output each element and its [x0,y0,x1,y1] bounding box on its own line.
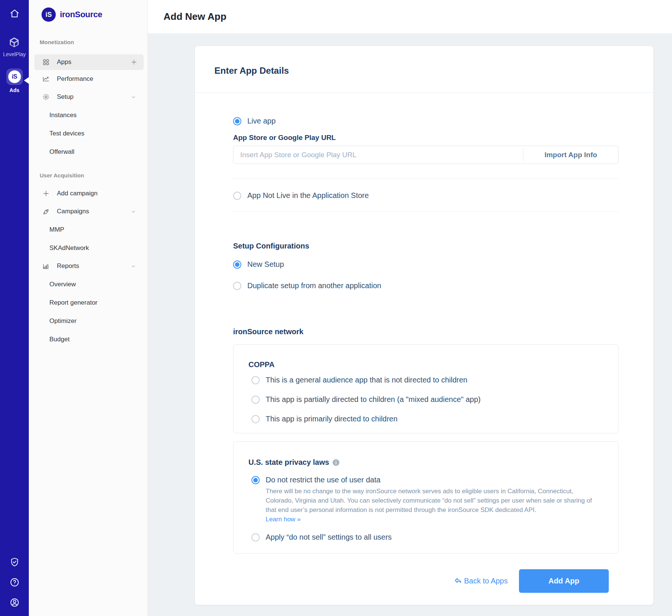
import-app-info-button[interactable]: Import App Info [523,146,618,164]
apps-grid-icon [42,58,50,66]
radio-label: Live app [247,117,276,125]
ironsource-logo-icon: iS [42,7,56,22]
radio-button-icon[interactable] [233,192,241,200]
sidebar-item-test-devices[interactable]: Test devices [29,124,147,143]
radio-label: Apply “do not sell” settings to all user… [266,533,392,542]
radio-button-icon[interactable] [251,533,260,542]
radio-do-not-restrict[interactable]: Do not restrict the use of user data [251,476,603,484]
section-label-monetization: Monetization [40,39,147,45]
radio-button-icon[interactable] [233,260,241,269]
privacy-description: There will be no change to the way ironS… [266,487,599,515]
enter-app-details-card: Enter App Details Live app App Store or … [195,46,654,605]
rail-item-label: Ads [9,87,19,93]
back-link-label: Back to Apps [464,577,508,585]
shield-check-icon[interactable] [9,557,20,567]
chevron-down-icon[interactable] [131,94,136,100]
sidebar-item-optimizer[interactable]: Optimizer [29,312,147,330]
page-content: Enter App Details Live app App Store or … [148,34,672,616]
sidebar-item-add-campaign[interactable]: Add campaign [29,185,147,202]
sidebar-item-campaigns[interactable]: Campaigns [29,202,147,220]
learn-how-link[interactable]: Learn how » [266,516,301,523]
radio-label: This is a general audience app that is n… [266,376,467,384]
sidebar-item-instances[interactable]: Instances [29,106,147,124]
selected-rail-pointer [24,77,29,84]
sidebar-item-label: Apps [57,58,71,66]
ironsource-logo-text: ironSource [60,10,102,19]
sidebar-item-skadnetwork[interactable]: SKAdNetwork [29,239,147,257]
radio-button-icon[interactable] [251,476,260,484]
divider [233,211,618,212]
radio-button-icon[interactable] [251,396,260,404]
radio-duplicate-setup[interactable]: Duplicate setup from another application [233,281,618,290]
privacy-laws-section: U.S. state privacy laws Do not restrict … [233,441,618,554]
radio-label: Do not restrict the use of user data [266,476,381,484]
sidebar-item-label: Reports [57,262,79,270]
sidebar-item-performance[interactable]: Performance [29,70,147,88]
radio-coppa-general-audience[interactable]: This is a general audience app that is n… [251,376,603,384]
radio-app-not-live[interactable]: App Not Live in the Application Store [233,191,618,200]
sidebar-item-offerwall[interactable]: Offerwall [29,143,147,161]
rail-item-ads[interactable]: iS Ads [6,68,23,93]
radio-label: Duplicate setup from another application [247,281,381,290]
card-header: Enter App Details [195,46,653,93]
gear-icon [42,93,50,101]
sidebar-item-report-generator[interactable]: Report generator [29,293,147,312]
divider [233,178,618,179]
section-label-user-acquisition: User Acquisition [40,172,147,179]
radio-button-icon[interactable] [233,117,241,125]
info-icon[interactable] [333,459,339,466]
home-icon[interactable] [9,8,20,19]
plus-icon [42,189,50,198]
add-app-plus-icon[interactable] [130,58,138,66]
setup-configurations-heading: Setup Configurations [233,242,618,250]
performance-chart-icon [42,75,50,83]
radio-label: New Setup [247,260,284,269]
page-header: Add New App [148,0,672,34]
sidebar-item-mmp[interactable]: MMP [29,220,147,239]
rocket-icon [42,207,50,216]
sidebar-item-label: Setup [57,93,73,101]
page-title: Add New App [164,11,226,22]
back-arrow-icon [453,577,462,586]
sidebar-item-reports[interactable]: Reports [29,257,147,275]
radio-label: This app is primarily directed to childr… [266,415,397,423]
sidebar-item-label: Add campaign [57,190,98,197]
ironsource-network-heading: ironSource network [233,327,618,336]
sidebar-item-overview[interactable]: Overview [29,275,147,293]
sidebar-item-setup[interactable]: Setup [29,88,147,106]
radio-button-icon[interactable] [251,376,260,384]
coppa-section: COPPA This is a general audience app tha… [233,344,618,433]
radio-new-setup[interactable]: New Setup [233,260,618,269]
sidebar-item-label: Performance [57,75,93,83]
coppa-heading: COPPA [248,360,603,369]
rail-item-label: LevelPlay [3,51,26,57]
sidebar-item-label: Campaigns [57,208,89,215]
app-rail: LevelPlay iS Ads [0,0,29,616]
radio-apply-do-not-sell[interactable]: Apply “do not sell” settings to all user… [251,533,603,542]
profile-icon[interactable] [9,597,20,608]
ironsource-logo[interactable]: iS ironSource [29,0,147,22]
ironsource-ads-icon: iS [6,68,23,85]
app-url-input[interactable] [233,146,523,164]
chevron-down-icon[interactable] [131,209,136,214]
radio-coppa-mixed-audience[interactable]: This app is partially directed to childr… [251,395,603,404]
radio-button-icon[interactable] [251,415,260,423]
help-icon[interactable] [9,577,20,588]
app-url-input-group: Import App Info [233,146,618,164]
add-app-button[interactable]: Add App [519,569,609,593]
card-title: Enter App Details [214,65,634,76]
url-field-label: App Store or Google Play URL [233,134,618,142]
rail-item-levelplay[interactable]: LevelPlay [3,36,26,57]
bar-chart-icon [42,262,50,270]
sidebar-item-apps[interactable]: Apps [34,54,144,70]
radio-button-icon[interactable] [233,282,241,290]
radio-label: This app is partially directed to childr… [266,395,481,404]
back-to-apps-link[interactable]: Back to Apps [453,577,508,586]
sidebar: iS ironSource Monetization Apps Performa… [29,0,148,616]
chevron-down-icon[interactable] [131,263,136,269]
radio-label: App Not Live in the Application Store [247,191,369,200]
radio-live-app[interactable]: Live app [233,117,618,125]
sidebar-item-budget[interactable]: Budget [29,330,147,348]
radio-coppa-directed-to-children[interactable]: This app is primarily directed to childr… [251,415,603,423]
form-footer: Back to Apps Add App [233,569,618,593]
